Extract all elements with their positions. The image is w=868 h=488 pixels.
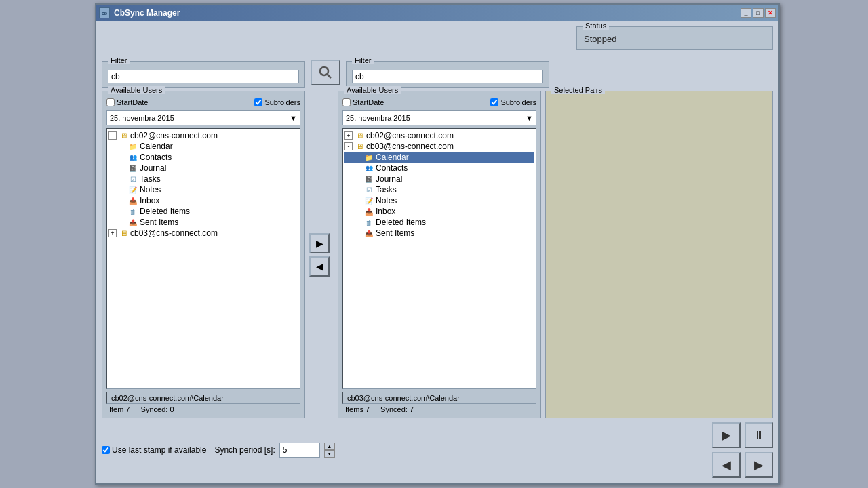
tree-row[interactable]: 📥 Inbox [344, 206, 534, 217]
folder-icon: ☑ [363, 185, 374, 195]
spin-up-button[interactable]: ▲ [324, 443, 335, 450]
filters-row: Filter Filter [102, 56, 773, 88]
left-filter-group: Filter [102, 61, 305, 88]
expand-icon[interactable]: + [344, 131, 353, 140]
left-startdate-checkbox-label[interactable]: StartDate [106, 98, 148, 106]
tree-row[interactable]: ☑ Tasks [108, 174, 298, 184]
search-button[interactable] [311, 60, 340, 85]
tree-row[interactable]: ☑ Tasks [344, 184, 534, 195]
folder-icon: 📝 [127, 185, 138, 195]
tree-row[interactable]: 📁 Calendar [344, 152, 534, 163]
selected-pairs-panel: Selected Pairs [545, 91, 773, 418]
controls-panel: ▶ ⏸ ◀ ▶ [712, 422, 773, 478]
close-button[interactable]: ✕ [765, 8, 776, 18]
right-startdate-checkbox[interactable] [342, 98, 351, 106]
tree-row[interactable]: 📤 Sent Items [108, 217, 298, 228]
arrow-left-button[interactable]: ◀ [309, 256, 330, 277]
folder-icon: 📥 [363, 207, 374, 216]
tree-row[interactable]: 👥 Contacts [344, 163, 534, 174]
main-window: cb CbSync Manager _ □ ✕ Status Stopped F… [95, 3, 780, 485]
folder-icon: 📁 [363, 152, 374, 162]
left-filter-label: Filter [108, 56, 130, 64]
folder-icon: 🗑 [363, 218, 374, 227]
left-subfolders-checkbox-label[interactable]: Subfolders [254, 98, 300, 106]
maximize-button[interactable]: □ [753, 8, 764, 18]
forward-button[interactable]: ▶ [745, 452, 773, 478]
tree-row[interactable]: 📓 Journal [108, 163, 298, 174]
synch-period-input[interactable] [279, 443, 320, 458]
expand-icon[interactable]: - [108, 131, 117, 140]
left-filter-input[interactable] [108, 70, 299, 83]
left-tree[interactable]: - 🖥 cb02@cns-connect.com 📁 Calendar 👥 Co… [106, 128, 300, 389]
play-button[interactable]: ▶ [712, 422, 741, 448]
content-area: Status Stopped Filter [96, 21, 778, 483]
right-subfolders-checkbox[interactable] [490, 98, 498, 106]
right-filter-label: Filter [352, 56, 374, 64]
left-status-bar: cb02@cns-connect.com\Calendar [106, 392, 300, 404]
tree-row[interactable]: + 🖥 cb03@cns-connect.com [108, 228, 298, 239]
folder-icon: 📝 [363, 196, 374, 205]
left-date-dropdown[interactable]: 25. novembra 2015 ▼ [106, 110, 300, 125]
tree-row[interactable]: - 🖥 cb02@cns-connect.com [108, 130, 298, 141]
folder-icon: 📓 [127, 163, 138, 173]
right-status-bar: cb03@cns-connect.com\Calendar [342, 392, 536, 404]
svg-point-0 [320, 67, 328, 75]
right-users-label: Available Users [344, 86, 401, 94]
status-label: Status [583, 22, 609, 30]
use-last-stamp-label[interactable]: Use last stamp if available [102, 445, 206, 455]
arrow-right-button[interactable]: ▶ [309, 233, 330, 253]
minimize-button[interactable]: _ [741, 8, 751, 18]
tree-row[interactable]: + 🖥 cb02@cns-connect.com [344, 130, 534, 141]
spin-down-button[interactable]: ▼ [324, 450, 335, 458]
search-icon [317, 64, 334, 81]
right-tree[interactable]: + 🖥 cb02@cns-connect.com - 🖥 cb03@cns-co… [342, 128, 536, 389]
folder-icon: 👥 [363, 163, 374, 173]
folder-icon: 📤 [363, 228, 374, 238]
folder-icon: 📥 [127, 196, 138, 205]
right-date-dropdown[interactable]: 25. novembra 2015 ▼ [342, 110, 536, 125]
folder-icon: 🖥 [354, 131, 365, 140]
selected-pairs-label: Selected Pairs [551, 86, 605, 94]
pause-button[interactable]: ⏸ [745, 422, 773, 448]
folder-icon: 🖥 [118, 131, 129, 140]
tree-row[interactable]: 📥 Inbox [108, 195, 298, 206]
back-button[interactable]: ◀ [712, 452, 741, 478]
folder-icon: 🗑 [127, 207, 138, 216]
right-subfolders-checkbox-label[interactable]: Subfolders [490, 98, 536, 106]
tree-row[interactable]: - 🖥 cb03@cns-connect.com [344, 141, 534, 152]
left-subfolders-checkbox[interactable] [254, 98, 262, 106]
tree-row[interactable]: 📓 Journal [344, 174, 534, 184]
synch-period-group: Synch period [s]: ▲ ▼ [214, 443, 334, 458]
titlebar-buttons: _ □ ✕ [741, 8, 776, 18]
tree-row[interactable]: 👥 Contacts [108, 152, 298, 163]
playback-controls: ▶ ⏸ [712, 422, 773, 448]
folder-icon: 🖥 [118, 228, 129, 238]
tree-row[interactable]: 📝 Notes [108, 184, 298, 195]
expand-icon[interactable]: + [108, 229, 117, 237]
right-filter-input[interactable] [352, 70, 543, 83]
left-counts: Item 7 Synced: 0 [106, 404, 300, 415]
tree-row[interactable]: 📁 Calendar [108, 141, 298, 152]
bottom-row: Use last stamp if available Synch period… [102, 418, 773, 478]
right-startdate-checkbox-label[interactable]: StartDate [342, 98, 384, 106]
svg-line-1 [328, 75, 332, 79]
right-counts: Items 7 Synced: 7 [342, 404, 536, 415]
nav-controls: ◀ ▶ [712, 452, 773, 478]
synch-period-spinner: ▲ ▼ [324, 443, 335, 458]
arrow-panel: ▶ ◀ [309, 91, 334, 418]
right-users-panel: Available Users StartDate Subfolders 25.… [338, 91, 541, 418]
left-startdate-checkbox[interactable] [106, 98, 115, 106]
tree-row[interactable]: 📤 Sent Items [344, 228, 534, 239]
use-last-stamp-checkbox[interactable] [102, 446, 110, 454]
folder-icon: 👥 [127, 152, 138, 162]
tree-row[interactable]: 📝 Notes [344, 195, 534, 206]
tree-row[interactable]: 🗑 Deleted Items [344, 217, 534, 228]
app-icon: cb [99, 7, 110, 18]
selected-pairs-content [551, 94, 767, 412]
left-users-label: Available Users [108, 86, 165, 94]
folder-icon: ☑ [127, 174, 138, 184]
folder-icon: 📁 [127, 142, 138, 151]
expand-icon[interactable]: - [344, 142, 353, 150]
folder-icon: 📓 [363, 174, 374, 184]
tree-row[interactable]: 🗑 Deleted Items [108, 206, 298, 217]
